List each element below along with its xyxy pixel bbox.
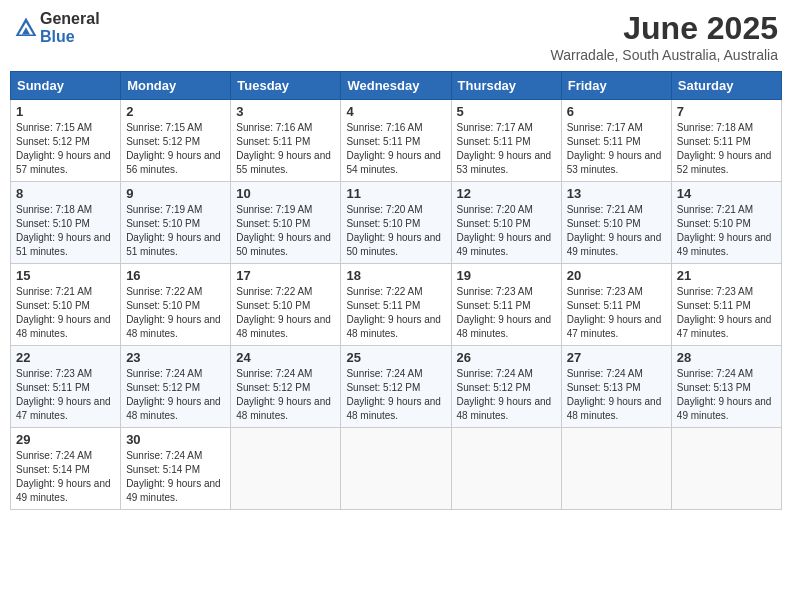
title-section: June 2025 Warradale, South Australia, Au… bbox=[551, 10, 779, 63]
day-number: 3 bbox=[236, 104, 335, 119]
day-number: 13 bbox=[567, 186, 666, 201]
calendar-week-row: 29 Sunrise: 7:24 AMSunset: 5:14 PMDaylig… bbox=[11, 428, 782, 510]
location-title: Warradale, South Australia, Australia bbox=[551, 47, 779, 63]
day-number: 10 bbox=[236, 186, 335, 201]
calendar-cell: 8 Sunrise: 7:18 AMSunset: 5:10 PMDayligh… bbox=[11, 182, 121, 264]
calendar-cell: 14 Sunrise: 7:21 AMSunset: 5:10 PMDaylig… bbox=[671, 182, 781, 264]
calendar-cell: 11 Sunrise: 7:20 AMSunset: 5:10 PMDaylig… bbox=[341, 182, 451, 264]
calendar-cell: 2 Sunrise: 7:15 AMSunset: 5:12 PMDayligh… bbox=[121, 100, 231, 182]
day-number: 24 bbox=[236, 350, 335, 365]
weekday-header: Wednesday bbox=[341, 72, 451, 100]
day-info: Sunrise: 7:21 AMSunset: 5:10 PMDaylight:… bbox=[677, 204, 772, 257]
day-info: Sunrise: 7:22 AMSunset: 5:10 PMDaylight:… bbox=[126, 286, 221, 339]
day-number: 11 bbox=[346, 186, 445, 201]
day-info: Sunrise: 7:22 AMSunset: 5:10 PMDaylight:… bbox=[236, 286, 331, 339]
day-info: Sunrise: 7:16 AMSunset: 5:11 PMDaylight:… bbox=[236, 122, 331, 175]
calendar-cell: 5 Sunrise: 7:17 AMSunset: 5:11 PMDayligh… bbox=[451, 100, 561, 182]
calendar-cell: 18 Sunrise: 7:22 AMSunset: 5:11 PMDaylig… bbox=[341, 264, 451, 346]
day-number: 15 bbox=[16, 268, 115, 283]
calendar-cell: 15 Sunrise: 7:21 AMSunset: 5:10 PMDaylig… bbox=[11, 264, 121, 346]
page-header: General Blue June 2025 Warradale, South … bbox=[10, 10, 782, 63]
day-number: 5 bbox=[457, 104, 556, 119]
day-number: 16 bbox=[126, 268, 225, 283]
day-number: 9 bbox=[126, 186, 225, 201]
weekday-header: Thursday bbox=[451, 72, 561, 100]
day-number: 29 bbox=[16, 432, 115, 447]
calendar-cell: 16 Sunrise: 7:22 AMSunset: 5:10 PMDaylig… bbox=[121, 264, 231, 346]
calendar-week-row: 22 Sunrise: 7:23 AMSunset: 5:11 PMDaylig… bbox=[11, 346, 782, 428]
day-number: 21 bbox=[677, 268, 776, 283]
calendar-cell: 20 Sunrise: 7:23 AMSunset: 5:11 PMDaylig… bbox=[561, 264, 671, 346]
calendar-cell: 24 Sunrise: 7:24 AMSunset: 5:12 PMDaylig… bbox=[231, 346, 341, 428]
day-info: Sunrise: 7:18 AMSunset: 5:10 PMDaylight:… bbox=[16, 204, 111, 257]
calendar-cell: 23 Sunrise: 7:24 AMSunset: 5:12 PMDaylig… bbox=[121, 346, 231, 428]
calendar-week-row: 15 Sunrise: 7:21 AMSunset: 5:10 PMDaylig… bbox=[11, 264, 782, 346]
day-number: 14 bbox=[677, 186, 776, 201]
weekday-header: Saturday bbox=[671, 72, 781, 100]
day-info: Sunrise: 7:24 AMSunset: 5:14 PMDaylight:… bbox=[16, 450, 111, 503]
day-info: Sunrise: 7:24 AMSunset: 5:12 PMDaylight:… bbox=[457, 368, 552, 421]
logo-text-blue: Blue bbox=[40, 28, 75, 45]
day-number: 26 bbox=[457, 350, 556, 365]
calendar-header-row: SundayMondayTuesdayWednesdayThursdayFrid… bbox=[11, 72, 782, 100]
day-info: Sunrise: 7:24 AMSunset: 5:13 PMDaylight:… bbox=[567, 368, 662, 421]
weekday-header: Sunday bbox=[11, 72, 121, 100]
calendar-cell: 13 Sunrise: 7:21 AMSunset: 5:10 PMDaylig… bbox=[561, 182, 671, 264]
calendar-week-row: 8 Sunrise: 7:18 AMSunset: 5:10 PMDayligh… bbox=[11, 182, 782, 264]
calendar-cell: 10 Sunrise: 7:19 AMSunset: 5:10 PMDaylig… bbox=[231, 182, 341, 264]
day-info: Sunrise: 7:18 AMSunset: 5:11 PMDaylight:… bbox=[677, 122, 772, 175]
day-info: Sunrise: 7:24 AMSunset: 5:12 PMDaylight:… bbox=[346, 368, 441, 421]
day-info: Sunrise: 7:17 AMSunset: 5:11 PMDaylight:… bbox=[457, 122, 552, 175]
day-info: Sunrise: 7:24 AMSunset: 5:12 PMDaylight:… bbox=[236, 368, 331, 421]
weekday-header: Monday bbox=[121, 72, 231, 100]
day-info: Sunrise: 7:15 AMSunset: 5:12 PMDaylight:… bbox=[16, 122, 111, 175]
day-info: Sunrise: 7:23 AMSunset: 5:11 PMDaylight:… bbox=[677, 286, 772, 339]
day-number: 4 bbox=[346, 104, 445, 119]
day-number: 7 bbox=[677, 104, 776, 119]
day-info: Sunrise: 7:23 AMSunset: 5:11 PMDaylight:… bbox=[16, 368, 111, 421]
day-info: Sunrise: 7:16 AMSunset: 5:11 PMDaylight:… bbox=[346, 122, 441, 175]
day-number: 19 bbox=[457, 268, 556, 283]
calendar-cell: 17 Sunrise: 7:22 AMSunset: 5:10 PMDaylig… bbox=[231, 264, 341, 346]
day-number: 25 bbox=[346, 350, 445, 365]
day-info: Sunrise: 7:23 AMSunset: 5:11 PMDaylight:… bbox=[457, 286, 552, 339]
calendar-cell bbox=[671, 428, 781, 510]
day-info: Sunrise: 7:24 AMSunset: 5:12 PMDaylight:… bbox=[126, 368, 221, 421]
logo: General Blue bbox=[14, 10, 100, 45]
day-info: Sunrise: 7:20 AMSunset: 5:10 PMDaylight:… bbox=[457, 204, 552, 257]
day-number: 6 bbox=[567, 104, 666, 119]
day-number: 20 bbox=[567, 268, 666, 283]
day-info: Sunrise: 7:21 AMSunset: 5:10 PMDaylight:… bbox=[567, 204, 662, 257]
day-info: Sunrise: 7:15 AMSunset: 5:12 PMDaylight:… bbox=[126, 122, 221, 175]
day-info: Sunrise: 7:23 AMSunset: 5:11 PMDaylight:… bbox=[567, 286, 662, 339]
weekday-header: Tuesday bbox=[231, 72, 341, 100]
month-title: June 2025 bbox=[551, 10, 779, 47]
calendar-cell: 25 Sunrise: 7:24 AMSunset: 5:12 PMDaylig… bbox=[341, 346, 451, 428]
day-info: Sunrise: 7:22 AMSunset: 5:11 PMDaylight:… bbox=[346, 286, 441, 339]
calendar-cell: 19 Sunrise: 7:23 AMSunset: 5:11 PMDaylig… bbox=[451, 264, 561, 346]
day-info: Sunrise: 7:19 AMSunset: 5:10 PMDaylight:… bbox=[126, 204, 221, 257]
day-number: 12 bbox=[457, 186, 556, 201]
calendar-cell: 9 Sunrise: 7:19 AMSunset: 5:10 PMDayligh… bbox=[121, 182, 231, 264]
logo-text-general: General bbox=[40, 10, 100, 27]
day-info: Sunrise: 7:19 AMSunset: 5:10 PMDaylight:… bbox=[236, 204, 331, 257]
weekday-header: Friday bbox=[561, 72, 671, 100]
day-number: 30 bbox=[126, 432, 225, 447]
day-number: 23 bbox=[126, 350, 225, 365]
calendar-cell bbox=[561, 428, 671, 510]
logo-icon bbox=[14, 16, 38, 40]
calendar-cell: 3 Sunrise: 7:16 AMSunset: 5:11 PMDayligh… bbox=[231, 100, 341, 182]
calendar-cell: 26 Sunrise: 7:24 AMSunset: 5:12 PMDaylig… bbox=[451, 346, 561, 428]
calendar-cell: 28 Sunrise: 7:24 AMSunset: 5:13 PMDaylig… bbox=[671, 346, 781, 428]
calendar-cell bbox=[451, 428, 561, 510]
calendar-cell: 30 Sunrise: 7:24 AMSunset: 5:14 PMDaylig… bbox=[121, 428, 231, 510]
calendar-cell: 12 Sunrise: 7:20 AMSunset: 5:10 PMDaylig… bbox=[451, 182, 561, 264]
day-number: 8 bbox=[16, 186, 115, 201]
calendar-cell: 7 Sunrise: 7:18 AMSunset: 5:11 PMDayligh… bbox=[671, 100, 781, 182]
day-number: 28 bbox=[677, 350, 776, 365]
day-number: 17 bbox=[236, 268, 335, 283]
calendar-cell bbox=[341, 428, 451, 510]
day-number: 22 bbox=[16, 350, 115, 365]
calendar-cell: 29 Sunrise: 7:24 AMSunset: 5:14 PMDaylig… bbox=[11, 428, 121, 510]
calendar-table: SundayMondayTuesdayWednesdayThursdayFrid… bbox=[10, 71, 782, 510]
